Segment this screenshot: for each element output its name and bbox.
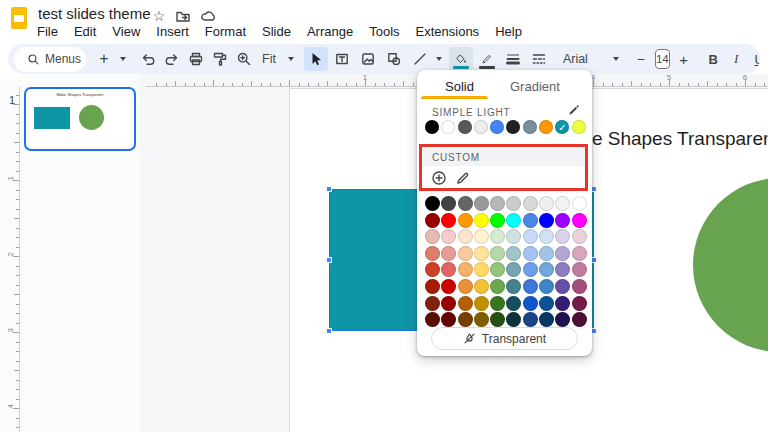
undo-button[interactable] — [136, 47, 160, 71]
palette-color-swatch[interactable] — [523, 296, 538, 311]
edit-theme-colors-icon[interactable] — [567, 103, 580, 121]
palette-color-swatch[interactable] — [539, 312, 554, 327]
palette-color-swatch[interactable] — [572, 213, 587, 228]
palette-color-swatch[interactable] — [539, 229, 554, 244]
search-menus-button[interactable]: Menus — [14, 47, 86, 72]
theme-color-swatch[interactable] — [474, 120, 488, 134]
theme-color-swatch[interactable] — [490, 120, 504, 134]
palette-color-swatch[interactable] — [490, 296, 505, 311]
document-title[interactable]: test slides theme — [38, 5, 151, 22]
palette-color-swatch[interactable] — [523, 312, 538, 327]
zoom-button[interactable] — [232, 47, 256, 71]
line-chevron-icon[interactable] — [436, 57, 442, 61]
palette-color-swatch[interactable] — [441, 213, 456, 228]
theme-color-swatch[interactable] — [523, 120, 537, 134]
palette-color-swatch[interactable] — [458, 213, 473, 228]
zoom-fit-chevron-icon[interactable] — [288, 57, 294, 61]
palette-color-swatch[interactable] — [425, 262, 440, 277]
palette-color-swatch[interactable] — [490, 229, 505, 244]
palette-color-swatch[interactable] — [458, 246, 473, 261]
font-size-decrease-button[interactable]: − — [629, 47, 653, 71]
palette-color-swatch[interactable] — [506, 246, 521, 261]
menu-item-tools[interactable]: Tools — [369, 24, 399, 39]
palette-color-swatch[interactable] — [490, 246, 505, 261]
tab-gradient[interactable]: Gradient — [510, 79, 560, 94]
palette-color-swatch[interactable] — [506, 229, 521, 244]
palette-color-swatch[interactable] — [441, 196, 456, 211]
palette-color-swatch[interactable] — [441, 246, 456, 261]
palette-color-swatch[interactable] — [555, 312, 570, 327]
palette-color-swatch[interactable] — [572, 279, 587, 294]
palette-color-swatch[interactable] — [425, 246, 440, 261]
palette-color-swatch[interactable] — [425, 213, 440, 228]
palette-color-swatch[interactable] — [441, 262, 456, 277]
menu-item-extensions[interactable]: Extensions — [416, 24, 480, 39]
palette-color-swatch[interactable] — [458, 279, 473, 294]
menu-item-help[interactable]: Help — [495, 24, 522, 39]
palette-color-swatch[interactable] — [523, 246, 538, 261]
palette-color-swatch[interactable] — [539, 262, 554, 277]
palette-color-swatch[interactable] — [555, 262, 570, 277]
palette-color-swatch[interactable] — [490, 312, 505, 327]
palette-color-swatch[interactable] — [490, 196, 505, 211]
star-icon[interactable]: ☆ — [150, 7, 168, 25]
font-size-increase-button[interactable]: + — [672, 47, 696, 71]
menu-item-arrange[interactable]: Arrange — [307, 24, 353, 39]
palette-color-swatch[interactable] — [555, 196, 570, 211]
eyedropper-custom-icon[interactable] — [455, 170, 471, 186]
insert-line-button[interactable] — [408, 47, 432, 71]
palette-color-swatch[interactable] — [539, 196, 554, 211]
palette-color-swatch[interactable] — [506, 312, 521, 327]
palette-color-swatch[interactable] — [506, 296, 521, 311]
add-custom-color-icon[interactable] — [431, 170, 447, 186]
palette-color-swatch[interactable] — [572, 312, 587, 327]
palette-color-swatch[interactable] — [458, 312, 473, 327]
palette-color-swatch[interactable] — [523, 213, 538, 228]
menu-item-edit[interactable]: Edit — [74, 24, 96, 39]
border-dash-button[interactable] — [527, 47, 551, 71]
palette-color-swatch[interactable] — [555, 213, 570, 228]
palette-color-swatch[interactable] — [572, 196, 587, 211]
palette-color-swatch[interactable] — [474, 262, 489, 277]
palette-color-swatch[interactable] — [523, 196, 538, 211]
palette-color-swatch[interactable] — [572, 229, 587, 244]
zoom-fit-select[interactable]: Fit — [260, 47, 278, 71]
palette-color-swatch[interactable] — [425, 229, 440, 244]
palette-color-swatch[interactable] — [458, 229, 473, 244]
palette-color-swatch[interactable] — [425, 312, 440, 327]
palette-color-swatch[interactable] — [441, 296, 456, 311]
palette-color-swatch[interactable] — [474, 229, 489, 244]
theme-color-swatch[interactable] — [458, 120, 472, 134]
palette-color-swatch[interactable] — [425, 279, 440, 294]
menu-item-file[interactable]: File — [37, 24, 58, 39]
border-weight-button[interactable] — [501, 47, 525, 71]
menu-item-view[interactable]: View — [112, 24, 140, 39]
underline-button[interactable]: U — [748, 47, 760, 71]
palette-color-swatch[interactable] — [490, 279, 505, 294]
new-slide-chevron-icon[interactable] — [120, 57, 126, 61]
palette-color-swatch[interactable] — [555, 229, 570, 244]
menu-item-format[interactable]: Format — [205, 24, 246, 39]
palette-color-swatch[interactable] — [539, 246, 554, 261]
tab-solid[interactable]: Solid — [445, 79, 474, 94]
fill-color-button[interactable] — [449, 47, 473, 71]
palette-color-swatch[interactable] — [539, 213, 554, 228]
palette-color-swatch[interactable] — [523, 229, 538, 244]
insert-image-button[interactable] — [356, 47, 380, 71]
palette-color-swatch[interactable] — [523, 279, 538, 294]
theme-color-swatch[interactable] — [441, 120, 455, 134]
transparent-button[interactable]: Transparent — [431, 327, 578, 350]
palette-color-swatch[interactable] — [506, 196, 521, 211]
palette-color-swatch[interactable] — [474, 279, 489, 294]
resize-handle[interactable] — [326, 186, 332, 192]
palette-color-swatch[interactable] — [555, 296, 570, 311]
palette-color-swatch[interactable] — [555, 246, 570, 261]
theme-color-swatch[interactable]: ✓ — [555, 120, 569, 134]
palette-color-swatch[interactable] — [474, 196, 489, 211]
resize-handle[interactable] — [326, 257, 332, 263]
redo-button[interactable] — [160, 47, 184, 71]
print-button[interactable] — [184, 47, 208, 71]
border-color-button[interactable] — [475, 47, 499, 71]
font-size-input[interactable]: 14 — [655, 49, 670, 69]
palette-color-swatch[interactable] — [474, 296, 489, 311]
